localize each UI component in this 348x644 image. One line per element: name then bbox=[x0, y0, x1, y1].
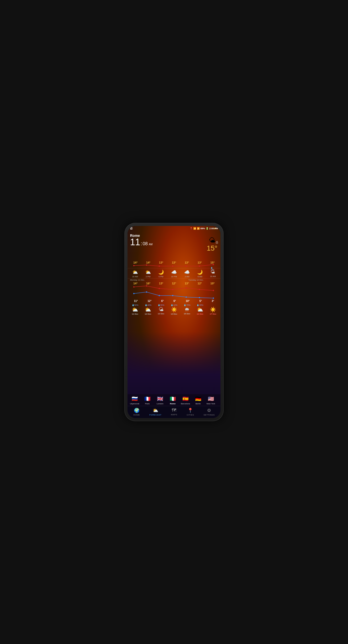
city-flags-row: 🇷🇺 Ulyanovsk 🇫🇷 Paris 🇬🇧 London 🇮🇹 Rome bbox=[128, 394, 220, 406]
city-flag-paris[interactable]: 🇫🇷 Paris bbox=[142, 395, 153, 405]
forecast-pct-2: 💧55% bbox=[158, 304, 164, 306]
hourly-time-4: 2 AM bbox=[185, 275, 189, 278]
hourly-icon-2: 🌙 bbox=[158, 269, 164, 275]
city-name-rome: Rome bbox=[170, 403, 176, 405]
city-name-ulyanovsk: Ulyanovsk bbox=[130, 403, 139, 405]
forecast-pct-1: 💧40% bbox=[145, 304, 151, 306]
city-flag-newyork[interactable]: 🇺🇸 New York bbox=[205, 395, 216, 405]
nav-cities[interactable]: 📍 CITIES bbox=[187, 408, 194, 416]
daily-high-3: 12° bbox=[172, 282, 176, 285]
nav-forecast[interactable]: ⛅ FORECAST bbox=[149, 408, 162, 416]
temp-h6: 15° bbox=[210, 261, 215, 264]
city-flag-ulyanovsk[interactable]: 🇷🇺 Ulyanovsk bbox=[129, 395, 140, 405]
svg-point-7 bbox=[133, 286, 135, 288]
forecast-icon-0: ⛅ bbox=[132, 306, 138, 313]
hourly-icon-0: ⛅ bbox=[132, 269, 138, 275]
svg-point-16 bbox=[159, 295, 160, 296]
current-temp: 15° bbox=[207, 244, 217, 252]
hourly-time-6: 10 AM bbox=[210, 275, 216, 278]
battery-icon: 🔋 bbox=[206, 227, 209, 230]
svg-point-0 bbox=[133, 265, 135, 266]
phone-screen: 🖼 📍 📶 📶 89% 🔋 2:08 PM Rome 11 : bbox=[128, 226, 220, 418]
forecast-pct-0: 💧50% bbox=[132, 304, 138, 306]
daily-high-6: 10° bbox=[210, 282, 215, 285]
forecast-day-6: 💧 ☀️ 17 Dec bbox=[210, 304, 216, 315]
status-time: 2:08 PM bbox=[209, 227, 218, 230]
time-colon: : bbox=[141, 241, 142, 247]
forecast-pct-3: 💧10% bbox=[171, 304, 177, 306]
nav-home[interactable]: 🌍 HOME bbox=[133, 408, 140, 416]
hourly-6: 💧15% 🌤 10 AM bbox=[210, 269, 216, 278]
city-flag-berlin[interactable]: 🇩🇪 Berlin bbox=[193, 395, 204, 405]
svg-point-2 bbox=[159, 266, 160, 267]
nav-cities-icon: 📍 bbox=[187, 408, 193, 413]
svg-point-6 bbox=[213, 264, 214, 265]
signal-icon: 📶 bbox=[197, 227, 200, 230]
image-icon: 🖼 bbox=[130, 227, 133, 230]
forecast-date-6: 17 Dec bbox=[210, 313, 216, 315]
city-flag-rome[interactable]: 🇮🇹 Rome bbox=[167, 395, 178, 405]
forecast-7day: 💧50% ⛅ 11 Dec 💧40% ⛅ 12 Dec 💧55% 🌤 13 De… bbox=[128, 303, 220, 315]
forecast-pct-5: 💧35% bbox=[197, 304, 203, 306]
battery-pct: 89% bbox=[200, 227, 205, 230]
temp-h1: 14° bbox=[146, 261, 151, 264]
time-hour: 11 bbox=[130, 238, 140, 247]
hourly-icon-1: ⛅ bbox=[145, 269, 151, 275]
daily-high-temps: 14° 16° 13° 12° 13° 12° 10° bbox=[128, 281, 220, 285]
city-name: Rome bbox=[130, 234, 218, 238]
nav-maps[interactable]: 🗺 MAPS bbox=[171, 408, 177, 416]
flag-london: 🇬🇧 bbox=[155, 395, 165, 402]
hourly-0: ⛅ 10 AM bbox=[132, 269, 138, 278]
city-flag-barcelona[interactable]: 🇪🇸 Barcelona bbox=[180, 395, 191, 405]
daily-high-4: 13° bbox=[185, 282, 189, 285]
temp-high-row: 14° 14° 13° 13° 13° 13° 15° bbox=[128, 260, 220, 264]
nav-home-icon: 🌍 bbox=[134, 408, 139, 413]
flag-barcelona: 🇪🇸 bbox=[181, 395, 190, 402]
svg-point-3 bbox=[172, 266, 173, 267]
svg-point-8 bbox=[146, 285, 147, 287]
date-labels: Monday 11 Dec. Tuesday 12 Dec. bbox=[128, 279, 220, 281]
hourly-icons-section: ⛅ 10 AM ⛅ 2 PM 🌙 6 PM ☁️ 10 PM ☁️ 2 A bbox=[128, 268, 220, 279]
svg-point-5 bbox=[199, 266, 200, 267]
nav-maps-label: MAPS bbox=[171, 413, 177, 416]
time-minutes: 08 bbox=[143, 241, 148, 247]
hourly-icon-6-wrap: 💧15% 🌤 bbox=[211, 269, 215, 275]
precip-badge: 💧15% bbox=[211, 267, 216, 271]
hourly-time-2: 6 PM bbox=[159, 275, 163, 278]
svg-point-17 bbox=[172, 295, 173, 296]
svg-point-9 bbox=[159, 288, 160, 289]
forecast-date-1: 12 Dec bbox=[145, 313, 151, 315]
city-name-berlin: Berlin bbox=[196, 403, 201, 405]
svg-point-10 bbox=[172, 289, 173, 290]
forecast-date-2: 13 Dec bbox=[158, 313, 164, 315]
hourly-icon-5: 🌙 bbox=[197, 269, 203, 275]
nav-home-label: HOME bbox=[133, 414, 140, 416]
forecast-icon-4: 🌧 bbox=[184, 306, 189, 312]
temp-h2: 13° bbox=[159, 261, 163, 264]
svg-point-14 bbox=[133, 293, 135, 294]
forecast-day-2: 💧55% 🌤 13 Dec bbox=[158, 304, 164, 315]
hourly-time-5: 6 AM bbox=[198, 275, 202, 278]
flag-paris: 🇫🇷 bbox=[143, 395, 152, 402]
nav-settings-label: SETTINGS bbox=[203, 414, 215, 416]
sun-cloud-icon: 🌤 bbox=[207, 236, 217, 244]
temp-h5: 13° bbox=[198, 261, 202, 264]
hourly-5: 🌙 6 AM bbox=[197, 269, 203, 278]
daily-high-0: 14° bbox=[133, 282, 138, 285]
nav-maps-icon: 🗺 bbox=[172, 408, 176, 413]
daily-low-6: 3° bbox=[212, 300, 214, 302]
daily-low-temps: 11° 12° 6° 6° 10° 5° 3° bbox=[128, 300, 220, 302]
forecast-date-4: 15 Dec bbox=[184, 313, 190, 315]
daily-low-1: 12° bbox=[148, 300, 151, 302]
city-flag-london[interactable]: 🇬🇧 London bbox=[154, 395, 166, 405]
forecast-day-4: 💧75% 🌧 15 Dec bbox=[184, 304, 190, 315]
hourly-4: ☁️ 2 AM bbox=[184, 269, 190, 278]
svg-point-20 bbox=[213, 298, 214, 299]
daily-high-5: 12° bbox=[198, 282, 202, 285]
nav-cities-label: CITIES bbox=[187, 414, 194, 416]
nav-settings[interactable]: ⚙ SETTINGS bbox=[203, 408, 215, 416]
current-weather: 🌤 15° 15° bbox=[128, 248, 220, 260]
phone-frame: 🖼 📍 📶 📶 89% 🔋 2:08 PM Rome 11 : bbox=[124, 223, 224, 421]
forecast-icon-5: ⛅ bbox=[197, 306, 203, 313]
nav-forecast-icon: ⛅ bbox=[153, 408, 158, 413]
